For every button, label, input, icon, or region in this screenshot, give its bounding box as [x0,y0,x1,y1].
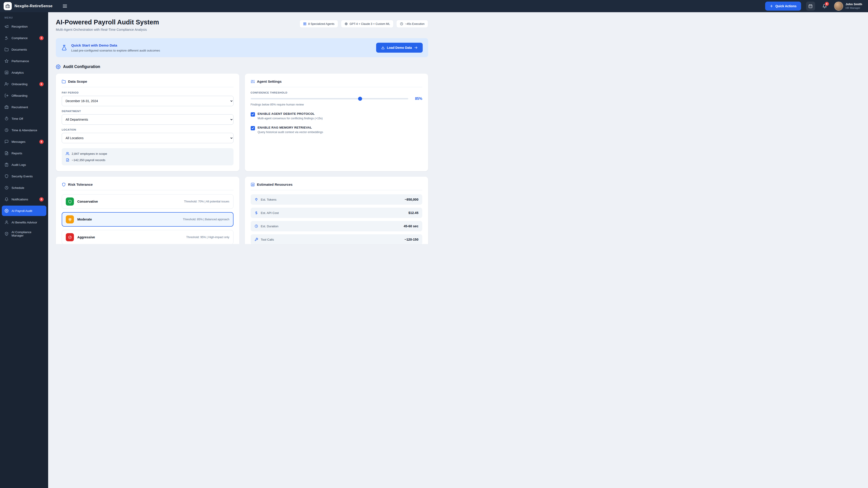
pay-period-select[interactable]: December 16-31, 2024 [62,96,234,106]
sidebar-item-recognition[interactable]: Recognition [2,21,46,32]
card-title: Data Scope [68,79,87,84]
sidebar-item-label: Audit Logs [11,163,26,166]
sidebar-item-label: Time Off [11,117,23,121]
sidebar-item-label: Analytics [11,71,24,74]
shield-icon [68,200,72,203]
sidebar-item-recruitment[interactable]: Recruitment [2,102,46,112]
chip-label: 8 Specialized Agents [308,22,335,26]
shield-icon [62,183,66,187]
brand[interactable]: Nexgile-RetireSense [0,2,53,10]
clock-icon [4,186,8,190]
gauge-icon [68,235,72,239]
confidence-threshold-note: Findings below 85% require human review [251,103,423,106]
sidebar-item-label: AI Benefits Advisor [11,221,37,224]
main-content: AI-Powered Payroll Audit System Multi-Ag… [48,12,434,244]
balance-scale-icon [68,218,72,221]
sidebar-item-time-attendance[interactable]: Time & Attendance [2,125,46,135]
folder-icon [62,79,66,84]
sidebar-item-ai-payroll-audit[interactable]: AI Payroll Audit [2,205,46,216]
clock-icon [400,22,403,26]
config-grid: Data Scope PAY PERIOD December 16-31, 20… [56,74,428,244]
employees-in-scope: 2,847 employees in scope [66,152,229,156]
conservative-tile [66,197,74,205]
checkbox-checked[interactable] [251,126,255,130]
flask-icon [61,45,67,51]
banner-subtitle: Load pre-configured scenarios to explore… [71,49,160,52]
sidebar-item-performance[interactable]: Performance [2,56,46,66]
department-label: DEPARTMENT [62,110,234,112]
sidebar-item-notifications[interactable]: Notifications 8 [2,194,46,204]
cpu-icon [344,22,348,26]
confidence-threshold-slider[interactable] [251,98,408,99]
card-title: Estimated Resources [257,183,293,187]
folder-icon [4,47,8,52]
topbar: Nexgile-RetireSense Quick Actions 8 John… [0,0,434,12]
onboarding-badge: 6 [39,82,43,86]
department-select[interactable]: All Departments [62,114,234,125]
sidebar-item-audit-logs[interactable]: Audit Logs [2,160,46,170]
toggle-text: ENABLE RAG MEMORY RETRIEVAL Query histor… [258,126,323,134]
rag-memory-toggle[interactable]: ENABLE RAG MEMORY RETRIEVAL Query histor… [251,126,423,134]
data-scope-header: Data Scope [62,79,234,87]
resource-row-duration: Est. Duration 45-60 sec [251,221,423,231]
sidebar-item-onboarding[interactable]: Onboarding 6 [2,79,46,89]
users-icon [66,152,69,156]
file-text-icon [4,151,8,155]
sidebar-item-ai-compliance-manager[interactable]: AI Compliance Manager [2,229,46,239]
header-chips: 8 Specialized Agents GPT-4 + Claude 3 + … [300,20,428,28]
risk-option-name: Moderate [77,218,92,221]
chip-label: ~45s Execution [405,22,425,26]
rag-memory-note: Query historical audit context via vecto… [258,131,323,134]
wrench-icon [254,238,258,241]
shield-check-icon [4,232,8,236]
resource-label-wrap: Est. API Cost [254,211,279,215]
sidebar-item-documents[interactable]: Documents [2,44,46,55]
risk-option-detail: Threshold: 70% | All potential issues [184,200,229,203]
bell-icon [4,197,8,201]
checkbox-checked[interactable] [251,112,255,117]
gavel-icon [4,36,8,40]
message-icon [4,140,8,144]
sidebar-item-ai-benefits-advisor[interactable]: AI Benefits Advisor [2,217,46,228]
sidebar-item-reports[interactable]: Reports [2,148,46,158]
sidebar-item-label: AI Payroll Audit [11,209,32,213]
resource-label-wrap: Tool Calls [254,238,274,241]
resource-label: Est. Duration [261,225,278,228]
page-header-text: AI-Powered Payroll Audit System Multi-Ag… [56,19,159,31]
sidebar-item-messages[interactable]: Messages 8 [2,136,46,147]
banner-title: Quick Start with Demo Data [71,43,160,47]
banner-text: Quick Start with Demo Data Load pre-conf… [71,43,160,52]
risk-option-moderate[interactable]: Moderate Threshold: 85% | Balanced appro… [62,212,234,227]
download-icon [381,46,385,50]
scope-stats: 2,847 employees in scope ~142,350 payrol… [62,148,234,165]
resource-value: 45-60 sec [404,224,418,228]
menu-toggle-button[interactable] [61,2,69,10]
sidebar-item-time-off[interactable]: Time Off [2,113,46,124]
briefcase-icon [4,105,8,109]
resource-label: Est. API Cost [261,211,279,215]
sidebar-item-label: Reports [11,152,22,155]
agent-debate-toggle[interactable]: ENABLE AGENT DEBATE PROTOCOL Multi-agent… [251,112,423,120]
sidebar-item-analytics[interactable]: Analytics [2,67,46,78]
sidebar-item-compliance[interactable]: Compliance 3 [2,33,46,43]
risk-option-conservative[interactable]: Conservative Threshold: 70% | All potent… [62,194,234,209]
location-select[interactable]: All Locations [62,133,234,143]
data-scope-card: Data Scope PAY PERIOD December 16-31, 20… [56,74,239,171]
sidebar-item-security-events[interactable]: Security Events [2,171,46,182]
sidebar-item-label: Messages [11,140,26,143]
agent-settings-card: Agent Settings CONFIDENCE THRESHOLD 85% … [245,74,428,171]
load-demo-data-button[interactable]: Load Demo Data [376,43,423,53]
sidebar-item-schedule[interactable]: Schedule [2,183,46,193]
sidebar-item-offboarding[interactable]: Offboarding [2,90,46,101]
sidebar-item-label: Recognition [11,25,28,28]
gem-icon [254,198,258,201]
payroll-records-text: ~142,350 payroll records [72,158,105,162]
gear-icon [56,64,61,69]
log-out-icon [4,94,8,98]
aggressive-tile [66,233,74,241]
arrow-right-icon [414,46,418,50]
employees-in-scope-text: 2,847 employees in scope [72,152,107,156]
card-title: Agent Settings [257,79,282,84]
user-icon [4,220,8,224]
risk-option-aggressive[interactable]: Aggressive Threshold: 95% | High-impact … [62,230,234,244]
